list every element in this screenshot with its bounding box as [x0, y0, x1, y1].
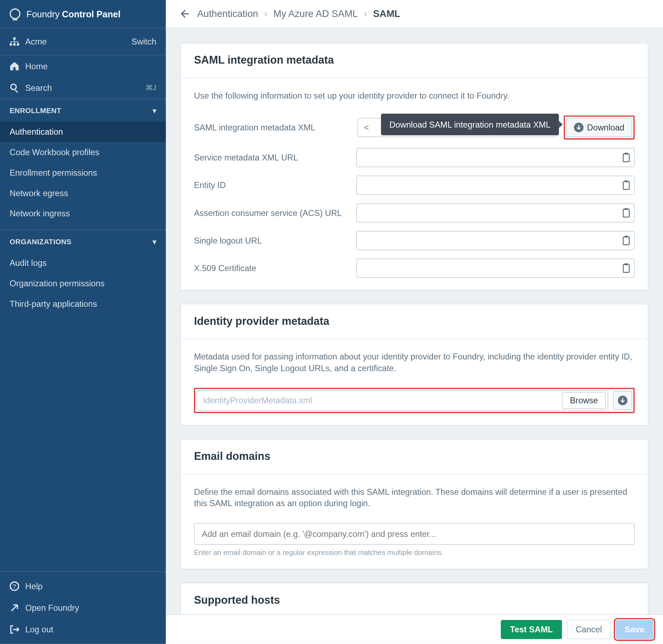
label-service-url: Service metadata XML URL: [194, 152, 356, 162]
nav-search-label: Search: [25, 83, 52, 93]
sidebar-brand: FoundryControl Panel: [0, 0, 166, 28]
idp-file-placeholder: IdentityProviderMetadata.xml: [197, 392, 561, 409]
svg-rect-19: [624, 208, 628, 210]
idp-file-input[interactable]: IdentityProviderMetadata.xml Browse: [196, 390, 608, 411]
clipboard-icon[interactable]: [622, 263, 630, 273]
svg-rect-16: [623, 181, 629, 189]
cancel-button[interactable]: Cancel: [567, 620, 611, 639]
footer-help[interactable]: ? Help: [0, 575, 166, 597]
topbar: Authentication › My Azure AD SAML › SAML: [166, 0, 663, 28]
svg-point-9: [11, 84, 16, 89]
open-external-icon: [10, 603, 19, 613]
footer-open-foundry[interactable]: Open Foundry: [0, 597, 166, 619]
browse-button[interactable]: Browse: [562, 392, 606, 409]
card-idp-metadata-desc: Metadata used for passing information ab…: [194, 351, 635, 375]
search-icon: [10, 83, 19, 93]
search-shortcut: ⌘J: [146, 83, 157, 92]
org-tree-icon: [10, 37, 19, 46]
chevron-right-icon: ›: [264, 8, 267, 19]
nav-home[interactable]: Home: [0, 55, 166, 77]
svg-rect-10: [15, 89, 18, 93]
section-organizations-header[interactable]: ORGANIZATIONS ▾: [0, 230, 166, 252]
svg-rect-22: [623, 264, 629, 272]
svg-rect-20: [623, 237, 629, 245]
brand-foundry: Foundry: [27, 9, 60, 19]
svg-rect-2: [13, 43, 16, 46]
breadcrumb-authentication[interactable]: Authentication: [197, 8, 258, 19]
svg-text:?: ?: [13, 583, 16, 590]
footer-help-label: Help: [25, 581, 42, 591]
download-idp-button[interactable]: [613, 391, 632, 410]
card-supported-hosts-title: Supported hosts: [194, 594, 635, 607]
breadcrumb: Authentication › My Azure AD SAML › SAML: [197, 8, 400, 19]
svg-rect-17: [624, 180, 628, 182]
card-email-domains: Email domains Define the email domains a…: [180, 439, 649, 569]
section-enrollment-header[interactable]: ENROLLMENT ▾: [0, 99, 166, 122]
svg-rect-14: [623, 154, 629, 162]
input-acs-url[interactable]: [357, 203, 635, 222]
svg-rect-15: [624, 152, 628, 154]
org-switch-link[interactable]: Switch: [131, 37, 156, 46]
clipboard-icon[interactable]: [622, 152, 630, 162]
svg-rect-21: [624, 235, 628, 237]
help-icon: ?: [10, 581, 19, 591]
label-acs-url: Assertion consumer service (ACS) URL: [194, 208, 356, 217]
input-service-url[interactable]: [357, 148, 635, 167]
email-domain-input[interactable]: [194, 523, 635, 545]
home-icon: [10, 62, 19, 71]
card-email-domains-desc: Define the email domains associated with…: [194, 486, 635, 510]
card-supported-hosts: Supported hosts: [180, 582, 649, 614]
save-button[interactable]: Save: [616, 620, 653, 639]
input-slo-url[interactable]: [357, 230, 635, 250]
clipboard-icon[interactable]: [622, 235, 630, 245]
nav-search[interactable]: Search ⌘J: [0, 77, 166, 99]
organizations-header-label: ORGANIZATIONS: [10, 238, 71, 246]
chevron-down-icon: ▾: [153, 238, 157, 246]
org-switcher[interactable]: Acme Switch: [0, 28, 166, 55]
card-idp-metadata-title: Identity provider metadata: [194, 315, 635, 328]
sidebar-item-authentication[interactable]: Authentication: [0, 122, 166, 142]
download-button-label: Download: [587, 122, 624, 132]
sidebar-item-code-workbook-profiles[interactable]: Code Workbook profiles: [0, 142, 166, 162]
svg-rect-4: [14, 40, 15, 41]
sidebar-item-enrollment-permissions[interactable]: Enrollment permissions: [0, 162, 166, 183]
sidebar-item-network-ingress[interactable]: Network ingress: [0, 203, 166, 224]
label-entity-id: Entity ID: [194, 180, 356, 190]
svg-rect-7: [14, 41, 15, 43]
download-metadata-button[interactable]: Download: [566, 118, 633, 137]
input-x509-cert[interactable]: [357, 258, 635, 277]
sidebar-item-organization-permissions[interactable]: Organization permissions: [0, 273, 166, 293]
clipboard-icon[interactable]: [622, 208, 630, 217]
footer-logout-label: Log out: [25, 625, 53, 634]
clipboard-icon[interactable]: [622, 180, 630, 190]
card-saml-metadata-desc: Use the following information to set up …: [194, 90, 635, 102]
download-icon: [574, 122, 583, 132]
org-name: Acme: [25, 37, 47, 46]
label-x509-cert: X.509 Certificate: [194, 263, 356, 273]
svg-rect-6: [11, 41, 11, 43]
sidebar-item-audit-logs[interactable]: Audit logs: [0, 252, 166, 273]
breadcrumb-my-azure-ad-saml[interactable]: My Azure AD SAML: [274, 8, 358, 19]
sidebar-item-network-egress[interactable]: Network egress: [0, 183, 166, 203]
footer-actions: Test SAML Cancel Save: [166, 614, 663, 644]
chevron-right-icon: ›: [364, 8, 367, 19]
enrollment-header-label: ENROLLMENT: [10, 106, 61, 115]
main-panel: Authentication › My Azure AD SAML › SAML…: [166, 0, 663, 644]
back-arrow-icon[interactable]: [179, 9, 189, 19]
sidebar-item-third-party-applications[interactable]: Third-party applications: [0, 293, 166, 314]
logo-icon: [10, 8, 20, 19]
svg-rect-0: [13, 37, 16, 40]
content-scroll[interactable]: SAML integration metadata Use the follow…: [166, 28, 663, 614]
input-entity-id[interactable]: [357, 175, 635, 194]
test-saml-button[interactable]: Test SAML: [501, 620, 562, 639]
footer-logout[interactable]: Log out: [0, 619, 166, 640]
footer-open-label: Open Foundry: [25, 603, 79, 613]
download-tooltip: Download SAML integration metadata XML: [381, 113, 559, 135]
email-domain-subhelp: Enter an email domain or a regular expre…: [194, 548, 635, 557]
chevron-down-icon: ▾: [153, 106, 157, 115]
svg-rect-18: [623, 209, 629, 217]
nav-home-label: Home: [25, 62, 48, 71]
sidebar: FoundryControl Panel Acme Switch Home Se…: [0, 0, 166, 644]
breadcrumb-current: SAML: [373, 8, 400, 19]
card-saml-metadata-title: SAML integration metadata: [194, 54, 635, 67]
